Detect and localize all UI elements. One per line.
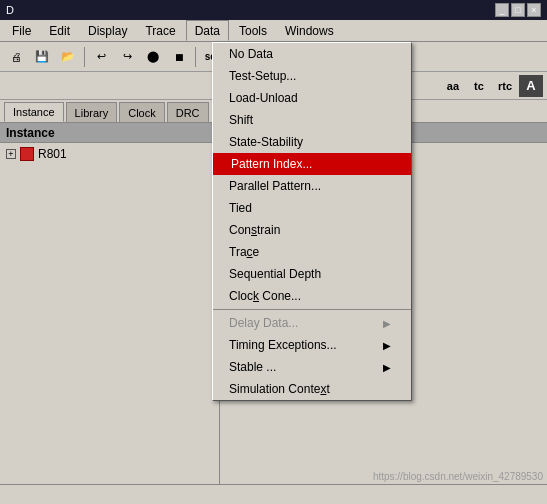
title-bar: D _ □ × [0,0,547,20]
menu-clock-cone[interactable]: Clock Cone... [213,285,411,307]
submenu-arrow-timing: ▶ [383,340,391,351]
dropdown-menu: No Data Test-Setup... Load-Unload Shift … [212,42,412,401]
r801-icon [20,147,34,161]
tc-button[interactable]: tc [467,75,491,97]
tab-instance[interactable]: Instance [4,102,64,122]
toolbar-separator-1 [84,47,85,67]
menu-trace[interactable]: Trace [137,20,183,41]
menu-tools[interactable]: Tools [231,20,275,41]
tree-expand-icon[interactable]: + [6,149,16,159]
title-text: D [6,4,495,16]
rtc-button[interactable]: rtc [493,75,517,97]
menu-simulation-context[interactable]: Simulation Context [213,378,411,400]
menu-parallel-pattern[interactable]: Parallel Pattern... [213,175,411,197]
menu-trace[interactable]: Trace [213,241,411,263]
menu-data[interactable]: Data [186,20,229,41]
menu-display[interactable]: Display [80,20,135,41]
tab-clock[interactable]: Clock [119,102,165,122]
submenu-arrow-delay: ▶ [383,318,391,329]
watermark: https://blog.csdn.net/weixin_42789530 [373,471,543,482]
open-button[interactable]: 📂 [56,45,80,69]
menu-timing-exceptions[interactable]: Timing Exceptions... ▶ [213,334,411,356]
save-button[interactable]: 💾 [30,45,54,69]
record-button[interactable]: ⬤ [141,45,165,69]
menu-sequential-depth[interactable]: Sequential Depth [213,263,411,285]
a-button[interactable]: A [519,75,543,97]
menu-bar: File Edit Display Trace Data Tools Windo… [0,20,547,42]
instance-panel-header: Instance [0,123,219,143]
menu-shift[interactable]: Shift [213,109,411,131]
stop-button[interactable]: ⏹ [167,45,191,69]
aa-button[interactable]: aa [441,75,465,97]
menu-load-unload[interactable]: Load-Unload [213,87,411,109]
menu-test-setup[interactable]: Test-Setup... [213,65,411,87]
r801-label: R801 [38,147,67,161]
submenu-arrow-stable: ▶ [383,362,391,373]
menu-edit[interactable]: Edit [41,20,78,41]
redo-button[interactable]: ↪ [115,45,139,69]
menu-constrain[interactable]: Constrain [213,219,411,241]
left-panel: Instance + R801 [0,123,220,504]
tree-item-r801[interactable]: + R801 [0,143,219,165]
print-button[interactable]: 🖨 [4,45,28,69]
menu-stable[interactable]: Stable ... ▶ [213,356,411,378]
menu-delay-data[interactable]: Delay Data... ▶ [213,312,411,334]
status-bar [0,484,547,504]
menu-file[interactable]: File [4,20,39,41]
dropdown-separator [213,309,411,310]
menu-pattern-index[interactable]: Pattern Index... [213,153,411,175]
title-controls: _ □ × [495,3,541,17]
minimize-button[interactable]: _ [495,3,509,17]
menu-state-stability[interactable]: State-Stability [213,131,411,153]
undo-button[interactable]: ↩ [89,45,113,69]
toolbar-separator-2 [195,47,196,67]
close-button[interactable]: × [527,3,541,17]
menu-windows[interactable]: Windows [277,20,342,41]
menu-no-data[interactable]: No Data [213,43,411,65]
menu-tied[interactable]: Tied [213,197,411,219]
maximize-button[interactable]: □ [511,3,525,17]
tab-drc[interactable]: DRC [167,102,209,122]
tab-library[interactable]: Library [66,102,118,122]
